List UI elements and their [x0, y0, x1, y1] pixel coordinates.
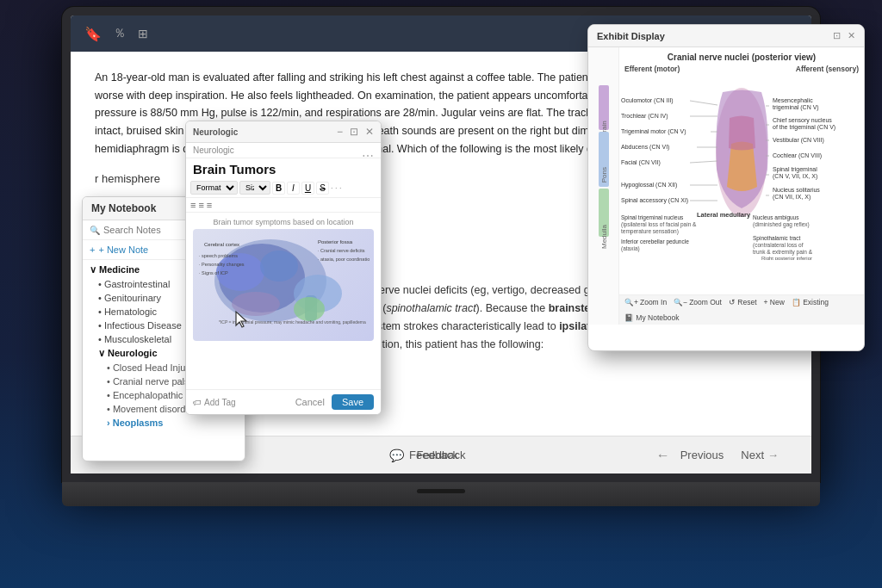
toolbar-more-btns: · · · [331, 183, 342, 192]
add-tag-button[interactable]: 🏷 Add Tag [193, 398, 236, 407]
svg-text:Trochlear (CN IV): Trochlear (CN IV) [621, 113, 668, 120]
svg-text:Posterior fossa: Posterior fossa [318, 239, 353, 244]
align-left-btn[interactable]: ≡ [190, 200, 196, 210]
note-editor-title-bar: Neurologic [193, 127, 238, 137]
grid-icon[interactable]: ⊞ [138, 27, 148, 40]
svg-text:Nucleus solitarius: Nucleus solitarius [773, 187, 820, 193]
note-actions: Cancel Save [295, 394, 374, 410]
pons-label: Pons [599, 167, 607, 183]
plus-icon: + [90, 244, 95, 255]
feedback-label[interactable]: Feedback [409, 449, 458, 461]
svg-text:(CN VII, IX, X): (CN VII, IX, X) [773, 194, 811, 201]
note-footer: 🏷 Add Tag Cancel Save [186, 389, 381, 414]
align-center-btn[interactable]: ≡ [198, 200, 203, 210]
medulla-bar: Medulla [599, 189, 609, 237]
format-select[interactable]: Format [190, 181, 238, 195]
note-options-icon[interactable]: ⋯ [362, 149, 374, 163]
svg-text:Lateral medullary: Lateral medullary [697, 211, 751, 219]
svg-point-7 [294, 297, 325, 321]
brain-svg: Cerebral cortex · speech problems · Pers… [197, 233, 370, 337]
percent-icon[interactable]: ％ [114, 26, 126, 41]
svg-text:Chief sensory nucleus: Chief sensory nucleus [773, 117, 832, 124]
svg-text:(ataxia): (ataxia) [621, 245, 640, 252]
svg-text:(contralateral loss of: (contralateral loss of [753, 242, 804, 249]
svg-text:Right posterior inferior: Right posterior inferior [761, 256, 812, 260]
note-editor-panel: Neurologic − ⊡ ✕ Neurologic Brain Tumors… [185, 121, 382, 415]
size-select[interactable]: Size [239, 181, 270, 195]
nerve-diagram-container: Oculomotor (CN III) Trochlear (CN IV) Tr… [619, 75, 864, 264]
svg-text:· Personality changes: · Personality changes [199, 262, 245, 267]
strikethrough-btn[interactable]: S [316, 182, 329, 195]
note-title: Brain Tumors [186, 158, 381, 178]
svg-point-3 [260, 251, 298, 282]
my-notebook-btn[interactable]: 📓 My Notebook [624, 313, 679, 322]
tree-neoplasms[interactable]: › Neoplasms [83, 416, 245, 430]
svg-text:· ataxia, poor coordination: · ataxia, poor coordination [318, 257, 370, 262]
align-right-btn[interactable]: ≡ [207, 200, 212, 210]
bookmark-icon[interactable]: 🔖 [84, 26, 102, 42]
svg-text:(diminished gag reflex): (diminished gag reflex) [753, 221, 810, 228]
svg-text:of the trigeminal (CN V): of the trigeminal (CN V) [773, 124, 835, 131]
italic-btn[interactable]: I [287, 182, 300, 195]
exhibit-close-icon[interactable]: ✕ [848, 30, 855, 41]
svg-text:Hypoglossal (CN XII): Hypoglossal (CN XII) [621, 182, 677, 189]
svg-text:Cochlear (CN VIII): Cochlear (CN VIII) [773, 152, 822, 159]
svg-text:Mesencephalic: Mesencephalic [773, 97, 813, 104]
svg-text:Trigeminal motor (CN V): Trigeminal motor (CN V) [621, 128, 686, 135]
note-editor-close[interactable]: ✕ [365, 126, 374, 138]
exhibit-body: Midbrain Pons Medulla Cranial nerve nucl… [588, 47, 864, 325]
arrow-right-icon: → [767, 449, 779, 461]
svg-text:Spinal trigeminal nucleus: Spinal trigeminal nucleus [621, 214, 684, 221]
note-category: Neurologic [186, 143, 381, 158]
brain-diagram: Cerebral cortex · speech problems · Pers… [193, 229, 374, 341]
feedback-icon: 💬 [389, 449, 404, 462]
bold-btn[interactable]: B [272, 182, 285, 195]
exhibit-title: Exhibit Display [597, 31, 665, 41]
svg-text:· Cranial nerve deficits: · Cranial nerve deficits [318, 248, 365, 253]
underline-btn[interactable]: U [301, 182, 314, 195]
save-button[interactable]: Save [332, 394, 374, 410]
new-btn[interactable]: + New [764, 298, 785, 306]
cancel-button[interactable]: Cancel [295, 397, 325, 407]
midbrain-bar: Midbrain [599, 85, 609, 130]
exhibit-main: Cranial nerve nuclei (posterior view) Ef… [619, 47, 864, 325]
pons-bar: Pons [599, 132, 609, 187]
nerve-diagram-svg: Oculomotor (CN III) Trochlear (CN IV) Tr… [619, 75, 864, 260]
note-editor-toolbar: Format Size B I U S · · · [186, 178, 381, 198]
exhibit-header: Exhibit Display ⊡ ✕ [588, 25, 864, 47]
svg-text:Oculomotor (CN III): Oculomotor (CN III) [621, 97, 674, 104]
brain-diagram-caption: Brain tumor symptoms based on location [193, 218, 374, 226]
svg-text:Abducens (CN VI): Abducens (CN VI) [621, 144, 669, 151]
notebook-title: My Notebook [91, 202, 156, 214]
svg-text:trigeminal (CN V): trigeminal (CN V) [773, 104, 819, 111]
reset-btn[interactable]: ↺ Reset [729, 298, 757, 306]
search-icon: 🔍 [90, 226, 100, 235]
previous-button[interactable]: Previous [674, 445, 731, 465]
svg-text:(CN V, VII, IX, X): (CN V, VII, IX, X) [773, 173, 817, 180]
zoom-in-btn[interactable]: 🔍+ Zoom In [624, 298, 667, 306]
next-button[interactable]: Next → [734, 445, 786, 465]
svg-text:Nucleus ambiguus: Nucleus ambiguus [753, 214, 799, 221]
note-editor-expand[interactable]: ⊡ [350, 126, 358, 138]
svg-text:Vestibular (CN VIII): Vestibular (CN VIII) [773, 137, 824, 144]
exhibit-sidebar: Midbrain Pons Medulla [588, 47, 619, 325]
svg-text:Cerebral cortex: Cerebral cortex [204, 242, 239, 247]
diagram-columns: Efferent (motor) Afferent (sensory) [619, 65, 864, 73]
exhibit-bottom-toolbar: 🔍+ Zoom In 🔍− Zoom Out ↺ Reset + New 📋 E… [619, 294, 864, 325]
existing-btn[interactable]: 📋 Existing [792, 298, 829, 306]
note-editor-header: Neurologic − ⊡ ✕ [186, 121, 381, 143]
svg-text:· speech problems: · speech problems [199, 253, 238, 258]
zoom-out-btn[interactable]: 🔍− Zoom Out [674, 298, 722, 306]
svg-line-24 [690, 101, 717, 105]
note-editor-minimize[interactable]: − [337, 126, 343, 138]
nav-section: ← Previous Next → [656, 445, 786, 465]
exhibit-panel: Exhibit Display ⊡ ✕ Midbrain Pons Medull… [587, 24, 865, 351]
exhibit-restore-icon[interactable]: ⊡ [833, 30, 841, 41]
tag-icon: 🏷 [193, 398, 202, 407]
svg-text:Spinothalamic tract: Spinothalamic tract [753, 235, 800, 242]
svg-text:(ipsilateral loss of facial pa: (ipsilateral loss of facial pain & [621, 221, 697, 228]
zoom-out-icon: 🔍− [674, 298, 687, 306]
svg-text:· Signs of ICP: · Signs of ICP [199, 270, 228, 275]
svg-point-6 [232, 292, 280, 316]
svg-text:Inferior cerebellar peduncle: Inferior cerebellar peduncle [621, 238, 689, 245]
